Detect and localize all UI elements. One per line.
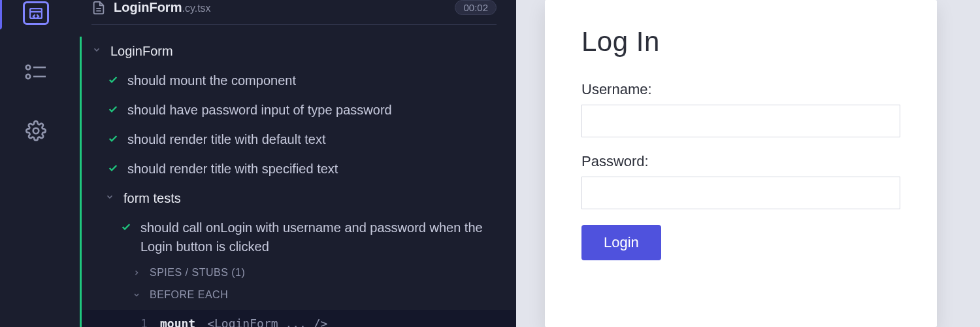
check-icon — [108, 75, 118, 85]
list-icon — [25, 64, 47, 80]
nav-settings[interactable] — [16, 118, 56, 144]
login-button[interactable]: Login — [581, 225, 661, 260]
svg-point-5 — [33, 128, 39, 134]
before-each-row[interactable]: BEFORE EACH — [82, 284, 516, 306]
chevron-down-icon — [133, 291, 142, 299]
test-title: should have password input of type passw… — [127, 101, 392, 120]
test-row[interactable]: should render title with specified text — [82, 154, 516, 184]
suite-name: form tests — [123, 189, 181, 208]
suite-form-tests[interactable]: form tests — [82, 184, 516, 213]
specs-icon — [29, 8, 42, 19]
chevron-right-icon — [133, 269, 142, 277]
detail-label: SPIES / STUBS (1) — [150, 267, 245, 279]
login-form: Log In Username: Password: Login — [545, 0, 937, 327]
test-row[interactable]: should mount the component — [82, 66, 516, 95]
spec-header: LoginForm.cy.tsx 00:02 — [91, 0, 497, 25]
suite-loginform[interactable]: LoginForm — [82, 37, 516, 66]
spec-file-name: LoginForm.cy.tsx — [114, 0, 211, 15]
test-title: should call onLogin with username and pa… — [140, 218, 503, 256]
suite-name: LoginForm — [110, 42, 173, 61]
svg-point-1 — [26, 65, 30, 69]
code-command: mount — [160, 317, 195, 327]
test-tree: LoginForm should mount the component sho… — [80, 37, 516, 327]
file-icon — [91, 1, 106, 15]
check-icon — [108, 163, 118, 173]
check-icon — [108, 104, 118, 114]
nav-specs[interactable] — [16, 0, 56, 26]
code-line-number: 1 — [140, 317, 160, 327]
login-title: Log In — [581, 26, 900, 58]
detail-label: BEFORE EACH — [150, 289, 228, 301]
username-input[interactable] — [581, 105, 900, 137]
test-runner-panel: LoginForm.cy.tsx 00:02 LoginForm should … — [72, 0, 516, 327]
spec-timer: 00:02 — [455, 0, 497, 15]
password-label: Password: — [581, 153, 900, 170]
test-row[interactable]: should render title with default text — [82, 125, 516, 154]
spies-stubs-row[interactable]: SPIES / STUBS (1) — [82, 262, 516, 284]
check-icon — [121, 222, 131, 232]
chevron-down-icon — [92, 45, 104, 54]
password-input[interactable] — [581, 177, 900, 209]
command-log-row[interactable]: 1 mount <LoginForm ... /> — [82, 310, 516, 327]
sidebar-nav — [0, 0, 72, 327]
chevron-down-icon — [105, 192, 117, 201]
test-title: should render title with default text — [127, 130, 326, 149]
test-row[interactable]: should have password input of type passw… — [82, 95, 516, 125]
test-title: should render title with specified text — [127, 160, 338, 179]
svg-point-3 — [26, 75, 30, 78]
test-title: should mount the component — [127, 71, 296, 90]
code-argument: <LoginForm ... /> — [207, 317, 327, 327]
nav-tasks[interactable] — [16, 59, 56, 85]
svg-rect-0 — [30, 9, 42, 18]
gear-icon — [25, 120, 46, 141]
component-preview-panel: Log In Username: Password: Login — [516, 0, 980, 327]
username-label: Username: — [581, 81, 900, 98]
test-row[interactable]: should call onLogin with username and pa… — [82, 213, 516, 262]
check-icon — [108, 133, 118, 144]
